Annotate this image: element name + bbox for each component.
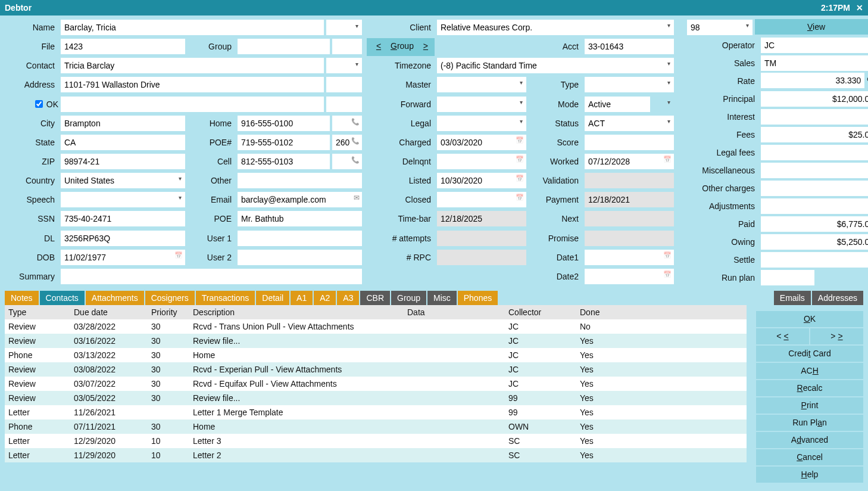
group-input2[interactable] xyxy=(332,39,362,54)
recalc-button[interactable]: Recalc xyxy=(756,380,863,396)
fees-input[interactable] xyxy=(761,127,868,142)
col-duedate[interactable]: Due date xyxy=(70,305,148,319)
group-prev[interactable]: < xyxy=(367,38,391,54)
tab-a3[interactable]: A3 xyxy=(337,291,359,305)
table-row[interactable]: Phone07/11/202130HomeOWNYes xyxy=(5,419,747,434)
creditcard-button[interactable]: Credit Card xyxy=(756,346,863,362)
operator-input[interactable] xyxy=(761,38,868,53)
ssn-input[interactable] xyxy=(61,211,185,226)
table-row[interactable]: Letter12/29/202010Letter 3SCYes xyxy=(5,434,747,448)
charged-input[interactable] xyxy=(437,135,526,150)
table-row[interactable]: Review03/08/202230Rcvd - Experian Pull -… xyxy=(5,362,747,377)
tab-a1[interactable]: A1 xyxy=(291,291,313,305)
cell-ext[interactable] xyxy=(332,154,362,169)
prev-record-button[interactable]: < < xyxy=(756,328,809,344)
rate-input[interactable] xyxy=(761,73,864,88)
table-row[interactable]: Review03/16/202230Review file...JCYes xyxy=(5,334,747,348)
name-input[interactable] xyxy=(61,20,324,35)
ok-button[interactable]: OK xyxy=(756,311,863,327)
name-dd[interactable] xyxy=(326,20,362,35)
score-input[interactable] xyxy=(585,135,674,150)
type-input[interactable] xyxy=(585,77,674,92)
home-ext[interactable] xyxy=(332,116,362,131)
file-input[interactable] xyxy=(61,39,185,54)
tab-phones[interactable]: Phones xyxy=(458,291,498,305)
col-data[interactable]: Data xyxy=(404,305,505,319)
runplan-button[interactable]: Run Plan xyxy=(756,415,863,431)
sales-input[interactable] xyxy=(761,55,868,71)
table-row[interactable]: Review03/05/202230Review file...99Yes xyxy=(5,391,747,405)
tab-addresses[interactable]: Addresses xyxy=(812,291,863,305)
tab-group[interactable]: Group xyxy=(391,291,426,305)
principal-input[interactable] xyxy=(761,91,868,107)
close-icon[interactable]: ✕ xyxy=(856,3,863,13)
closed-input[interactable] xyxy=(437,192,526,207)
print-button[interactable]: Print xyxy=(756,397,863,414)
user1-input[interactable] xyxy=(238,231,362,246)
state-input[interactable] xyxy=(61,135,185,150)
listed-input[interactable] xyxy=(437,173,526,188)
timezone-input[interactable] xyxy=(437,58,674,73)
tab-contacts[interactable]: Contacts xyxy=(40,291,85,305)
col-collector[interactable]: Collector xyxy=(505,305,576,319)
ok-line-input[interactable] xyxy=(61,97,324,112)
runplan-input[interactable] xyxy=(761,270,814,285)
poe-phone[interactable] xyxy=(238,135,330,150)
city-input[interactable] xyxy=(61,116,185,131)
status-input[interactable] xyxy=(585,116,674,131)
table-row[interactable]: Phone03/13/202230HomeJCYes xyxy=(5,348,747,362)
date1-input[interactable] xyxy=(585,250,674,265)
forward-input[interactable] xyxy=(437,97,526,112)
dob-input[interactable] xyxy=(61,250,185,265)
client-input[interactable] xyxy=(437,20,674,35)
country-input[interactable] xyxy=(61,173,185,188)
col-description[interactable]: Description xyxy=(189,305,404,319)
other-phone[interactable] xyxy=(238,173,362,188)
tab-emails[interactable]: Emails xyxy=(774,291,811,305)
table-row[interactable]: Review03/07/202230Rcvd - Equifax Pull - … xyxy=(5,377,747,391)
group-next[interactable]: > xyxy=(414,38,438,54)
adjustments-input[interactable] xyxy=(761,198,868,214)
table-row[interactable]: Letter11/26/2021Letter 1 Merge Template9… xyxy=(5,405,747,419)
help-button[interactable]: Help xyxy=(756,467,863,483)
dl-input[interactable] xyxy=(61,231,185,246)
tab-cosigners[interactable]: Cosigners xyxy=(145,291,195,305)
ach-button[interactable]: ACH xyxy=(756,363,863,379)
speech-input[interactable] xyxy=(61,192,185,207)
address-input[interactable] xyxy=(61,77,324,92)
tab-transactions[interactable]: Transactions xyxy=(196,291,255,305)
tab-detail[interactable]: Detail xyxy=(256,291,289,305)
owing-input[interactable] xyxy=(761,234,868,250)
settle-input[interactable] xyxy=(761,252,868,268)
advanced-button[interactable]: Advanced xyxy=(756,432,863,448)
legal-input[interactable] xyxy=(437,116,526,131)
summary-input[interactable] xyxy=(61,269,362,284)
contact-dd[interactable] xyxy=(326,58,362,73)
address-unit[interactable] xyxy=(326,77,362,92)
tab-attachments[interactable]: Attachments xyxy=(86,291,144,305)
col-type[interactable]: Type xyxy=(5,305,70,319)
othercharges-input[interactable] xyxy=(761,181,868,196)
col-priority[interactable]: Priority xyxy=(148,305,189,319)
mode-input[interactable] xyxy=(585,97,650,112)
home-phone[interactable] xyxy=(238,116,330,131)
acct-input[interactable] xyxy=(585,39,674,54)
tab-a2[interactable]: A2 xyxy=(314,291,336,305)
tab-cbr[interactable]: CBR xyxy=(360,291,390,305)
poe-input[interactable] xyxy=(238,211,362,226)
table-row[interactable]: Letter11/29/202010Letter 2SCYes xyxy=(5,448,747,462)
table-row[interactable]: Review03/28/202230Rcvd - Trans Union Pul… xyxy=(5,319,747,334)
contact-input[interactable] xyxy=(61,58,324,73)
next-record-button[interactable]: > > xyxy=(810,328,863,344)
cell-phone[interactable] xyxy=(238,154,330,169)
tab-notes[interactable]: Notes xyxy=(5,291,39,305)
cancel-button[interactable]: Cancel xyxy=(756,449,863,465)
user2-input[interactable] xyxy=(238,250,362,265)
misc-input[interactable] xyxy=(761,163,868,178)
tab-misc[interactable]: Misc xyxy=(427,291,457,305)
poe-ext[interactable] xyxy=(332,135,362,150)
interest-input[interactable] xyxy=(761,109,868,125)
worked-input[interactable] xyxy=(585,154,674,169)
email-input[interactable] xyxy=(238,192,362,207)
delnqnt-input[interactable] xyxy=(437,154,526,169)
